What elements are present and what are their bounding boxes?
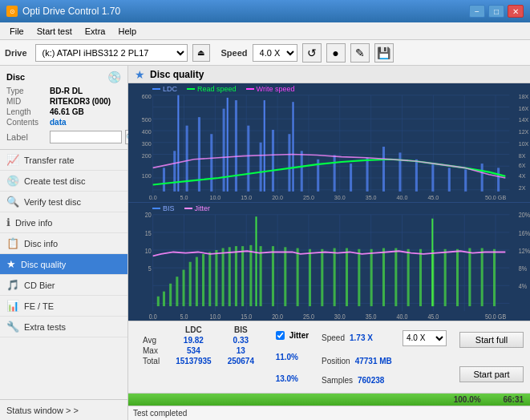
svg-rect-118 (176, 277, 178, 306)
progress-percent: 100.0% (454, 395, 481, 404)
svg-rect-130 (260, 246, 262, 306)
menu-file[interactable]: File (3, 25, 30, 38)
nav-disc-quality[interactable]: ★ Disc quality (0, 254, 127, 275)
ldc-chart-svg: 600 500 400 300 200 100 18X 16X 14X 12X … (128, 83, 530, 202)
svg-rect-117 (169, 283, 172, 305)
disc-panel: Disc 💿 Type BD-R DL MID RITEKDR3 (000) L… (0, 66, 127, 150)
nav-disc-quality-label: Disc quality (21, 260, 66, 269)
nav-extra-tests[interactable]: 🔧 Extra tests (0, 317, 127, 337)
jitter-check-row: Jitter (276, 331, 309, 340)
title-bar-left: ⊙ Opti Drive Control 1.70 (6, 6, 120, 17)
type-value: BD-R DL (50, 87, 83, 95)
ldc-chart-legend: LDC Read speed Write speed (152, 85, 294, 93)
svg-rect-59 (301, 151, 303, 192)
svg-text:10: 10 (145, 247, 152, 255)
nav-transfer-rate[interactable]: 📈 Transfer rate (0, 150, 127, 171)
save-button[interactable]: 💾 (374, 43, 394, 63)
speed-label: Speed (221, 48, 248, 58)
type-field: Type BD-R DL (6, 87, 121, 95)
label-input[interactable] (50, 131, 122, 143)
svg-rect-66 (415, 160, 418, 192)
svg-rect-151 (431, 218, 433, 305)
speed-select[interactable]: 4.0 X (403, 330, 447, 346)
svg-text:5.0: 5.0 (180, 313, 188, 321)
contents-label: Contents (6, 118, 47, 127)
start-full-button[interactable]: Start full (459, 332, 524, 348)
avg-ldc: 19.82 (168, 335, 220, 345)
title-bar-controls: − □ ✕ (469, 5, 524, 18)
minimize-button[interactable]: − (469, 5, 485, 18)
fe-te-icon: 📊 (6, 300, 19, 312)
ldc-legend: LDC (152, 85, 177, 93)
svg-rect-129 (249, 244, 252, 305)
disc-panel-header: Disc 💿 (6, 71, 121, 83)
svg-text:30.0: 30.0 (334, 313, 346, 321)
status-window-button[interactable]: Status window > > (0, 399, 127, 420)
svg-text:35.0: 35.0 (366, 313, 377, 321)
close-button[interactable]: ✕ (508, 5, 524, 18)
nav-drive-info[interactable]: ℹ Drive info (0, 212, 127, 233)
svg-text:20.0: 20.0 (272, 194, 283, 201)
bis-legend-label: BIS (163, 204, 175, 212)
svg-rect-58 (288, 134, 290, 192)
menu-start-test[interactable]: Start test (30, 25, 79, 38)
nav-drive-info-label: Drive info (15, 218, 52, 228)
jitter-max-value: 13.0% (276, 374, 298, 383)
bis-header: BIS (220, 325, 262, 335)
start-part-button[interactable]: Start part (459, 366, 524, 382)
svg-text:45.0: 45.0 (427, 313, 439, 321)
svg-rect-123 (208, 252, 211, 306)
svg-rect-57 (272, 130, 274, 192)
svg-text:200: 200 (142, 152, 152, 160)
elapsed-time: 66:31 (503, 395, 524, 404)
svg-text:400: 400 (142, 128, 152, 135)
menu-extra[interactable]: Extra (79, 25, 112, 38)
drive-label: Drive (5, 48, 27, 58)
transfer-rate-icon: 📈 (6, 154, 19, 166)
label-row: Label 🔍 (6, 130, 121, 144)
position-value: 47731 MB (355, 357, 403, 365)
eject-button[interactable]: ⏏ (192, 44, 210, 62)
speed-selector[interactable]: 4.0 X 2.0 X 8.0 X (253, 44, 297, 62)
menu-help[interactable]: Help (111, 25, 143, 38)
bis-chart-legend: BIS Jitter (152, 204, 210, 212)
contents-value: data (50, 118, 67, 127)
nav-create-test-disc[interactable]: 💿 Create test disc (0, 171, 127, 192)
verify-test-disc-icon: 🔍 (6, 196, 19, 208)
length-label: Length (6, 107, 47, 116)
svg-text:0.0: 0.0 (149, 194, 157, 201)
read-speed-legend-label: Read speed (197, 85, 237, 93)
maximize-button[interactable]: □ (488, 5, 504, 18)
svg-rect-146 (456, 248, 459, 305)
record-button[interactable]: ● (326, 43, 346, 63)
speed-section: Speed 1.73 X 4.0 X Position 47731 MB Sam… (315, 321, 453, 393)
nav-verify-test-disc[interactable]: 🔍 Verify test disc (0, 192, 127, 212)
refresh-button[interactable]: ↺ (302, 43, 322, 63)
title-bar: ⊙ Opti Drive Control 1.70 − □ ✕ (0, 0, 530, 22)
nav-fe-te[interactable]: 📊 FE / TE (0, 296, 127, 317)
svg-text:15: 15 (145, 228, 152, 236)
speed-value: 1.73 X (350, 333, 398, 342)
svg-text:100: 100 (142, 172, 152, 180)
jitter-max-row: 13.0% (276, 374, 309, 383)
avg-bis: 0.33 (220, 335, 262, 345)
svg-text:25.0: 25.0 (303, 194, 314, 201)
nav-cd-bier[interactable]: 🎵 CD Bier (0, 275, 127, 296)
nav-disc-info[interactable]: 📋 Disc info (0, 233, 127, 254)
svg-text:20: 20 (145, 211, 152, 219)
svg-text:50.0 GB: 50.0 GB (485, 194, 506, 201)
edit-button[interactable]: ✎ (350, 43, 370, 63)
svg-rect-131 (272, 246, 274, 306)
cd-bier-icon: 🎵 (6, 279, 19, 291)
max-ldc: 534 (168, 345, 220, 356)
svg-text:600: 600 (142, 93, 152, 100)
nav-transfer-rate-label: Transfer rate (24, 155, 75, 165)
jitter-checkbox[interactable] (276, 331, 285, 340)
svg-rect-56 (260, 143, 262, 192)
svg-text:10.0: 10.0 (209, 194, 220, 201)
total-label: Total (135, 356, 168, 366)
avg-label: Avg (135, 335, 168, 345)
ldc-header: LDC (168, 325, 220, 335)
svg-text:12%: 12% (519, 247, 530, 255)
drive-selector[interactable]: (k:) ATAPI iHBS312 2 PL17 (35, 44, 188, 62)
